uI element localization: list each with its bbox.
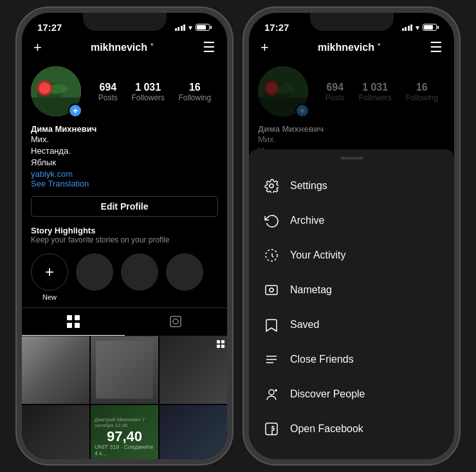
signal-icon-2 <box>402 24 413 31</box>
avatar-container-1[interactable]: + <box>31 66 82 118</box>
profile-header-2: + 694 Posts 1 031 Followers 16 Following <box>249 60 454 122</box>
grid-cell-6[interactable] <box>160 405 227 459</box>
following-stat-1[interactable]: 16 Following <box>178 82 211 102</box>
highlights-header-1: Story Highlights <box>31 226 218 235</box>
highlight-item-1[interactable] <box>76 253 113 301</box>
grid-cell-5[interactable]: Дмитрий Михневич 7 октября 12:40 97,40 U… <box>91 405 158 459</box>
username-text-2: mikhnevich <box>318 42 374 53</box>
grid-cell-1[interactable] <box>22 336 89 404</box>
menu-icon-1[interactable]: ☰ <box>203 39 215 56</box>
tab-bar-profile-1 <box>22 307 227 336</box>
menu-item-settings[interactable]: Settings <box>249 168 454 203</box>
svg-rect-9 <box>170 316 181 327</box>
bio-website-1[interactable]: yablyk.com <box>31 169 218 179</box>
status-icons-2: ▾ <box>402 23 439 32</box>
phone-screen-1: 17:27 ▾ + <box>22 13 227 459</box>
posts-label-1: Posts <box>98 93 118 102</box>
avatar-add-button-2: + <box>295 104 309 118</box>
svg-rect-28 <box>266 286 277 295</box>
menu-item-discover[interactable]: Discover People <box>249 377 454 412</box>
svg-point-29 <box>270 288 273 292</box>
menu-item-nametag[interactable]: Nametag <box>249 273 454 307</box>
highlight-new-circle: + <box>31 253 68 291</box>
grid-cell-4[interactable] <box>22 405 89 459</box>
menu-label-archive: Archive <box>290 215 324 226</box>
nav-username-1[interactable]: mikhnevich ˅ <box>91 42 154 53</box>
posts-count-1: 694 <box>99 82 116 93</box>
status-icons-1: ▾ <box>175 23 212 32</box>
status-time-2: 17:27 <box>264 22 289 33</box>
highlight-plus-icon: + <box>45 264 54 280</box>
highlight-item-3[interactable] <box>166 253 203 301</box>
following-label-2: Following <box>405 93 438 102</box>
following-count-2: 16 <box>416 82 428 93</box>
tab-tag-1[interactable] <box>125 308 228 336</box>
phone-2: 17:27 ▾ + <box>244 8 459 464</box>
menu-item-activity[interactable]: Your Activity <box>249 238 454 273</box>
menu-label-discover: Discover People <box>290 388 365 400</box>
tab-grid-1[interactable] <box>22 308 125 336</box>
highlight-item-2[interactable] <box>121 253 158 301</box>
svg-point-26 <box>270 184 273 188</box>
profile-stats-2: 694 Posts 1 031 Followers 16 Following <box>318 82 445 102</box>
svg-rect-12 <box>221 340 224 343</box>
menu-overlay: Settings Archive <box>249 149 454 459</box>
following-stat-2: 16 Following <box>405 82 438 102</box>
highlight-circle-2 <box>121 253 158 291</box>
bio-line1-1: Мих. <box>31 134 218 145</box>
posts-stat-1[interactable]: 694 Posts <box>98 82 118 102</box>
bio-translate-1[interactable]: See Translation <box>31 179 218 188</box>
saved-icon <box>263 316 280 333</box>
menu-label-saved: Saved <box>290 319 319 331</box>
nav-bar-2: + mikhnevich ˅ ☰ <box>249 35 454 60</box>
svg-point-25 <box>266 82 278 94</box>
chevron-icon-1: ˅ <box>150 43 154 52</box>
plus-icon-1[interactable]: + <box>33 39 42 56</box>
bio-line2-1: Нестанда. <box>31 145 218 157</box>
svg-rect-11 <box>217 340 220 343</box>
menu-label-activity: Your Activity <box>290 250 346 261</box>
nav-username-2[interactable]: mikhnevich ˅ <box>318 42 381 53</box>
svg-rect-6 <box>75 315 80 320</box>
menu-item-archive[interactable]: Archive <box>249 203 454 238</box>
highlight-circle-1 <box>76 253 113 291</box>
posts-count-2: 694 <box>326 82 343 93</box>
phone-screen-2: 17:27 ▾ + <box>249 13 454 459</box>
menu-item-close-friends[interactable]: Close Friends <box>249 342 454 377</box>
followers-stat-2: 1 031 Followers <box>358 82 391 102</box>
avatar-add-button-1[interactable]: + <box>68 104 82 118</box>
status-time-1: 17:27 <box>37 22 62 33</box>
grid-cell-3[interactable] <box>160 336 227 404</box>
close-friends-icon <box>263 351 280 368</box>
battery-icon-2 <box>423 24 439 31</box>
menu-label-settings: Settings <box>290 180 327 192</box>
bio-name-1: Дима Михневич <box>31 124 218 134</box>
menu-handle[interactable] <box>340 157 363 159</box>
profile-stats-1: 694 Posts 1 031 Followers 16 Following <box>91 82 218 102</box>
bio-line3-1: Яблык <box>31 157 218 168</box>
highlight-new-1[interactable]: + New <box>31 253 68 301</box>
menu-item-facebook[interactable]: Open Facebook <box>249 412 454 446</box>
following-label-1: Following <box>178 93 211 102</box>
nav-bar-1: + mikhnevich ˅ ☰ <box>22 35 227 60</box>
edit-profile-button-1[interactable]: Edit Profile <box>31 196 218 217</box>
wifi-icon-2: ▾ <box>416 23 419 32</box>
grid-cell-2[interactable] <box>91 336 158 404</box>
followers-stat-1[interactable]: 1 031 Followers <box>131 82 164 102</box>
svg-point-34 <box>269 390 274 395</box>
following-count-1: 16 <box>189 82 201 93</box>
phone-1: 17:27 ▾ + <box>17 8 232 464</box>
svg-rect-8 <box>75 323 80 328</box>
phone-notch-1 <box>83 13 167 31</box>
followers-label-2: Followers <box>358 93 391 102</box>
svg-point-27 <box>266 250 277 261</box>
avatar-container-2: + <box>258 66 309 118</box>
followers-count-2: 1 031 <box>362 82 388 93</box>
svg-point-4 <box>39 82 51 94</box>
menu-item-saved[interactable]: Saved <box>249 307 454 342</box>
plus-icon-2[interactable]: + <box>261 39 269 56</box>
archive-icon <box>263 212 280 229</box>
highlight-circle-3 <box>166 253 203 291</box>
menu-icon-2[interactable]: ☰ <box>430 39 443 56</box>
nametag-icon <box>263 282 280 298</box>
